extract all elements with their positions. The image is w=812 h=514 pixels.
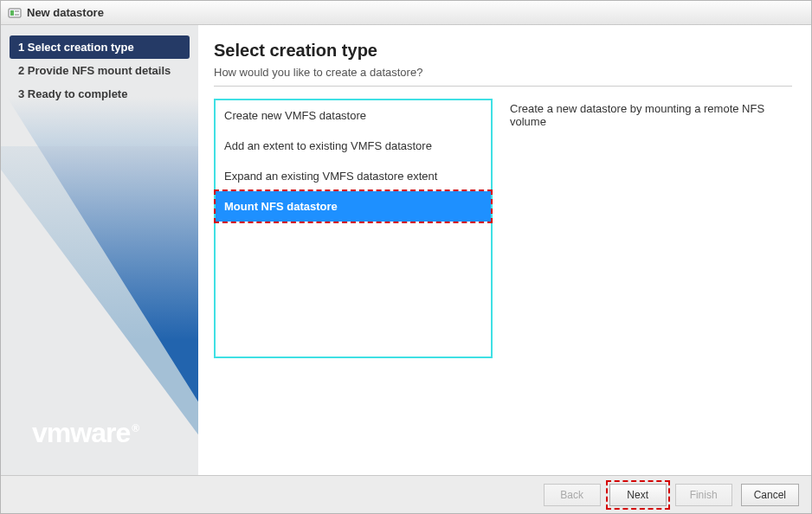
wizard-body: 1 Select creation type 2 Provide NFS mou… [1,25,811,475]
window-title: New datastore [27,6,104,19]
step-provide-nfs-mount-details[interactable]: 2 Provide NFS mount details [10,59,190,82]
wizard-steps: 1 Select creation type 2 Provide NFS mou… [1,25,198,116]
next-button[interactable]: Next [609,484,667,506]
footer: Back Next Finish Cancel [1,475,811,513]
svg-rect-2 [15,10,19,12]
option-add-extent[interactable]: Add an extent to existing VMFS datastore [216,131,491,161]
page-subtitle: How would you like to create a datastore… [214,66,792,79]
option-mount-nfs[interactable]: Mount NFS datastore [216,191,491,222]
option-expand-extent[interactable]: Expand an existing VMFS datastore extent [216,161,491,191]
titlebar: New datastore [1,1,811,25]
option-create-new-vmfs[interactable]: Create new VMFS datastore [216,100,491,131]
main-panel: Select creation type How would you like … [198,25,811,475]
vmware-logo: vmware® [32,417,140,449]
back-button[interactable]: Back [544,484,601,506]
finish-button[interactable]: Finish [675,484,732,506]
step-select-creation-type[interactable]: 1 Select creation type [10,35,190,59]
cancel-button[interactable]: Cancel [741,484,799,506]
wizard-window: New datastore 1 Select creation type 2 P… [0,0,812,514]
page-heading: Select creation type [214,41,792,61]
datastore-icon [8,6,22,20]
option-description: Create a new datastore by mounting a rem… [510,99,792,128]
creation-type-listbox[interactable]: Create new VMFS datastore Add an extent … [214,99,493,358]
content-row: Create new VMFS datastore Add an extent … [214,99,792,358]
sidebar: 1 Select creation type 2 Provide NFS mou… [1,25,198,475]
svg-rect-1 [10,10,14,16]
divider [214,86,792,87]
step-ready-to-complete[interactable]: 3 Ready to complete [10,82,190,106]
svg-rect-3 [15,14,19,16]
